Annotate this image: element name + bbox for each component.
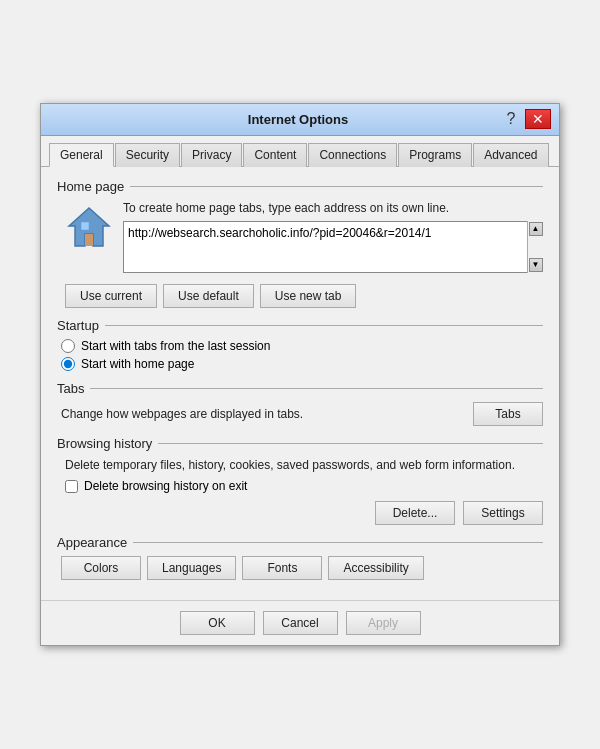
tab-programs[interactable]: Programs [398,143,472,167]
settings-button[interactable]: Settings [463,501,543,525]
appearance-header: Appearance [57,535,543,550]
home-page-divider [130,186,543,187]
house-icon [65,202,113,250]
tabs-description: Change how webpages are displayed in tab… [61,407,303,421]
startup-divider [105,325,543,326]
startup-home-page-label: Start with home page [81,357,194,371]
dialog-title: Internet Options [95,112,501,127]
fonts-button[interactable]: Fonts [242,556,322,580]
use-current-button[interactable]: Use current [65,284,157,308]
url-scrollbar: ▲ ▼ [527,221,543,273]
internet-options-dialog: Internet Options ? ✕ General Security Pr… [40,103,560,647]
home-page-label: Home page [57,179,124,194]
colors-button[interactable]: Colors [61,556,141,580]
startup-last-session-label: Start with tabs from the last session [81,339,270,353]
startup-home-page-radio[interactable] [61,357,75,371]
cancel-button[interactable]: Cancel [263,611,338,635]
browsing-history-label: Browsing history [57,436,152,451]
delete-history-checkbox-label[interactable]: Delete browsing history on exit [65,479,543,493]
startup-home-page-option[interactable]: Start with home page [61,357,543,371]
dialog-content: Home page To create home page tabs, type… [41,167,559,601]
home-page-content: To create home page tabs, type each addr… [57,200,543,308]
tabs-bar: General Security Privacy Content Connect… [41,136,559,167]
tabs-divider [90,388,543,389]
appearance-buttons: Colors Languages Fonts Accessibility [57,556,543,580]
home-page-buttons: Use current Use default Use new tab [65,284,543,308]
home-page-section: Home page To create home page tabs, type… [57,179,543,308]
home-page-description: To create home page tabs, type each addr… [123,200,543,217]
scroll-down-arrow[interactable]: ▼ [529,258,543,272]
languages-button[interactable]: Languages [147,556,236,580]
home-page-right: To create home page tabs, type each addr… [123,200,543,276]
tabs-section: Tabs Change how webpages are displayed i… [57,381,543,426]
tab-privacy[interactable]: Privacy [181,143,242,167]
tab-connections[interactable]: Connections [308,143,397,167]
svg-rect-1 [85,234,93,246]
delete-button[interactable]: Delete... [375,501,455,525]
scroll-up-arrow[interactable]: ▲ [529,222,543,236]
bottom-bar: OK Cancel Apply [41,600,559,645]
browsing-history-description: Delete temporary files, history, cookies… [65,457,543,474]
appearance-section: Appearance Colors Languages Fonts Access… [57,535,543,580]
close-button[interactable]: ✕ [525,109,551,129]
use-new-tab-button[interactable]: Use new tab [260,284,357,308]
home-page-row: To create home page tabs, type each addr… [65,200,543,276]
delete-history-label: Delete browsing history on exit [84,479,247,493]
startup-last-session-option[interactable]: Start with tabs from the last session [61,339,543,353]
appearance-label: Appearance [57,535,127,550]
browsing-history-content: Delete temporary files, history, cookies… [57,457,543,526]
startup-options: Start with tabs from the last session St… [57,339,543,371]
apply-button[interactable]: Apply [346,611,421,635]
title-bar: Internet Options ? ✕ [41,104,559,136]
startup-section: Startup Start with tabs from the last se… [57,318,543,371]
tabs-header: Tabs [57,381,543,396]
tab-content[interactable]: Content [243,143,307,167]
tabs-label: Tabs [57,381,84,396]
appearance-divider [133,542,543,543]
browsing-history-divider [158,443,543,444]
tab-general[interactable]: General [49,143,114,167]
browsing-history-header: Browsing history [57,436,543,451]
home-url-input[interactable] [123,221,543,273]
tab-security[interactable]: Security [115,143,180,167]
url-wrapper: ▲ ▼ [123,221,543,276]
title-bar-controls: ? ✕ [501,109,551,129]
accessibility-button[interactable]: Accessibility [328,556,423,580]
browsing-history-section: Browsing history Delete temporary files,… [57,436,543,526]
tabs-content: Change how webpages are displayed in tab… [57,402,543,426]
startup-label: Startup [57,318,99,333]
svg-rect-2 [81,222,89,230]
tabs-button[interactable]: Tabs [473,402,543,426]
help-button[interactable]: ? [501,109,521,129]
ok-button[interactable]: OK [180,611,255,635]
startup-header: Startup [57,318,543,333]
home-page-header: Home page [57,179,543,194]
delete-history-checkbox[interactable] [65,480,78,493]
use-default-button[interactable]: Use default [163,284,254,308]
tab-advanced[interactable]: Advanced [473,143,548,167]
startup-last-session-radio[interactable] [61,339,75,353]
browsing-history-buttons: Delete... Settings [65,501,543,525]
